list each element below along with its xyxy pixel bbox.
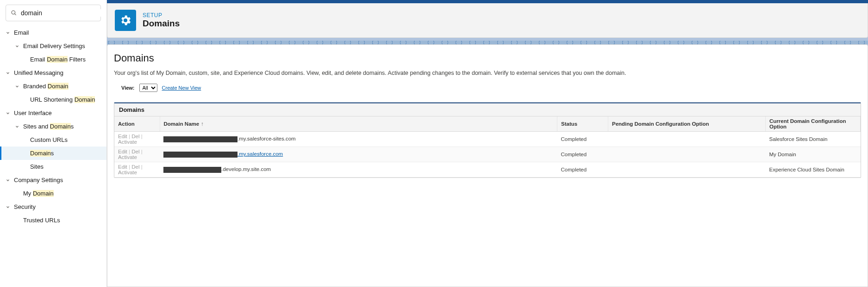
sidebar-item-label: Branded Domain <box>23 83 69 90</box>
search-input[interactable] <box>21 9 102 17</box>
sidebar-item-label: Company Settings <box>14 177 63 183</box>
redacted-prefix <box>163 167 221 173</box>
sidebar-item[interactable]: Sites <box>0 160 106 173</box>
sidebar-item-label: Sites and Domains <box>23 123 74 130</box>
table-heading: Domains <box>114 104 861 116</box>
edit-link[interactable]: Edit <box>118 134 127 139</box>
current-cell: Salesforce Sites Domain <box>766 132 861 147</box>
view-label: View: <box>121 85 135 91</box>
chevron-down-icon <box>14 84 20 89</box>
content-title: Domains <box>114 52 861 64</box>
table-row: Edit | Del | Activate.my.salesforce.comC… <box>114 147 861 162</box>
current-cell: Experience Cloud Sites Domain <box>766 162 861 177</box>
sidebar-item[interactable]: Email Delivery Settings <box>0 39 106 53</box>
sidebar-item[interactable]: My Domain <box>0 187 106 200</box>
sidebar-item[interactable]: Email <box>0 26 106 39</box>
sidebar-item-label: Email <box>14 29 29 36</box>
breadcrumb: SETUP <box>143 12 180 18</box>
sidebar-item-label: Domains <box>30 150 54 157</box>
view-select[interactable]: All <box>139 84 157 92</box>
domain-name-cell: .my.salesforce-sites.com <box>160 132 557 147</box>
svg-line-1 <box>15 14 16 15</box>
table-row: Edit | Del | Activate.my.salesforce-site… <box>114 132 861 147</box>
row-actions: Edit | Del | Activate <box>114 147 160 162</box>
chevron-down-icon <box>5 71 11 75</box>
chevron-down-icon <box>5 205 11 209</box>
domains-table: Action Domain Name↑ Status Pending Domai… <box>114 116 861 177</box>
pattern-band <box>107 41 868 44</box>
edit-link[interactable]: Edit <box>118 149 127 154</box>
status-cell: Completed <box>557 162 608 177</box>
create-new-view-link[interactable]: Create New View <box>162 85 201 91</box>
activate-link[interactable]: Activate <box>118 170 137 175</box>
setup-sidebar: EmailEmail Delivery SettingsEmail Domain… <box>0 0 107 287</box>
col-action[interactable]: Action <box>114 116 160 132</box>
view-picker-row: View: All Create New View <box>121 84 861 92</box>
col-pending[interactable]: Pending Domain Configuration Option <box>608 116 766 132</box>
del-link[interactable]: Del <box>131 164 139 170</box>
pending-cell <box>608 162 766 177</box>
current-cell: My Domain <box>766 147 861 162</box>
quick-find-box[interactable] <box>6 5 101 21</box>
status-cell: Completed <box>557 147 608 162</box>
chevron-down-icon <box>5 111 11 116</box>
main-area: SETUP Domains Domains Your org's list of… <box>107 0 868 287</box>
del-link[interactable]: Del <box>131 134 139 139</box>
sidebar-item[interactable]: User Interface <box>0 106 106 120</box>
sidebar-item-label: Email Delivery Settings <box>23 43 85 49</box>
sidebar-item-label: Custom URLs <box>30 136 68 143</box>
search-icon <box>11 10 17 16</box>
row-actions: Edit | Del | Activate <box>114 162 160 177</box>
redacted-prefix <box>163 136 237 142</box>
sidebar-item[interactable]: Sites and Domains <box>0 120 106 133</box>
page-header-card: SETUP Domains <box>107 3 868 38</box>
redacted-prefix <box>163 152 237 158</box>
sidebar-item[interactable]: Email Domain Filters <box>0 53 106 66</box>
gear-icon <box>115 10 136 31</box>
sidebar-item-label: Security <box>14 203 36 210</box>
sidebar-item-label: User Interface <box>14 110 52 116</box>
sidebar-item[interactable]: Branded Domain <box>0 79 106 93</box>
content-card: Domains Your org's list of My Domain, cu… <box>107 44 868 287</box>
sidebar-item-label: My Domain <box>23 190 54 197</box>
sidebar-item[interactable]: Security <box>0 200 106 214</box>
sidebar-item[interactable]: Unified Messaging <box>0 66 106 79</box>
sidebar-item[interactable]: Custom URLs <box>0 133 106 147</box>
svg-point-0 <box>12 11 15 14</box>
sidebar-item[interactable]: Company Settings <box>0 173 106 187</box>
sort-asc-icon: ↑ <box>201 121 204 127</box>
sidebar-item[interactable]: Domains <box>0 147 106 160</box>
chevron-down-icon <box>5 31 11 35</box>
domain-name-cell: .my.salesforce.com <box>160 147 557 162</box>
col-status[interactable]: Status <box>557 116 608 132</box>
domain-name-cell: .develop.my.site.com <box>160 162 557 177</box>
status-cell: Completed <box>557 132 608 147</box>
edit-link[interactable]: Edit <box>118 164 127 170</box>
domains-table-wrap: Domains Action Domain Name↑ Status Pendi… <box>114 102 861 178</box>
content-description: Your org's list of My Domain, custom, si… <box>114 70 861 76</box>
chevron-down-icon <box>14 124 20 129</box>
sidebar-item[interactable]: Trusted URLs <box>0 214 106 227</box>
pending-cell <box>608 147 766 162</box>
table-row: Edit | Del | Activate.develop.my.site.co… <box>114 162 861 177</box>
domain-suffix: .my.salesforce-sites.com <box>237 136 296 141</box>
row-actions: Edit | Del | Activate <box>114 132 160 147</box>
page-title: Domains <box>143 18 180 29</box>
chevron-down-icon <box>14 44 20 49</box>
domain-suffix[interactable]: .my.salesforce.com <box>237 151 283 157</box>
activate-link[interactable]: Activate <box>118 139 137 145</box>
domain-suffix: .develop.my.site.com <box>221 166 271 172</box>
sidebar-item-label: Trusted URLs <box>23 217 60 224</box>
chevron-down-icon <box>5 178 11 183</box>
sidebar-item-label: Sites <box>30 163 44 170</box>
sidebar-item[interactable]: URL Shortening Domain <box>0 93 106 106</box>
sidebar-item-label: Email Domain Filters <box>30 56 86 63</box>
sidebar-item-label: Unified Messaging <box>14 69 63 76</box>
sidebar-item-label: URL Shortening Domain <box>30 96 95 103</box>
col-domain-name[interactable]: Domain Name↑ <box>160 116 557 132</box>
del-link[interactable]: Del <box>131 149 139 154</box>
setup-tree: EmailEmail Delivery SettingsEmail Domain… <box>0 26 106 227</box>
pending-cell <box>608 132 766 147</box>
col-current[interactable]: Current Domain Configuration Option <box>766 116 861 132</box>
activate-link[interactable]: Activate <box>118 154 137 160</box>
